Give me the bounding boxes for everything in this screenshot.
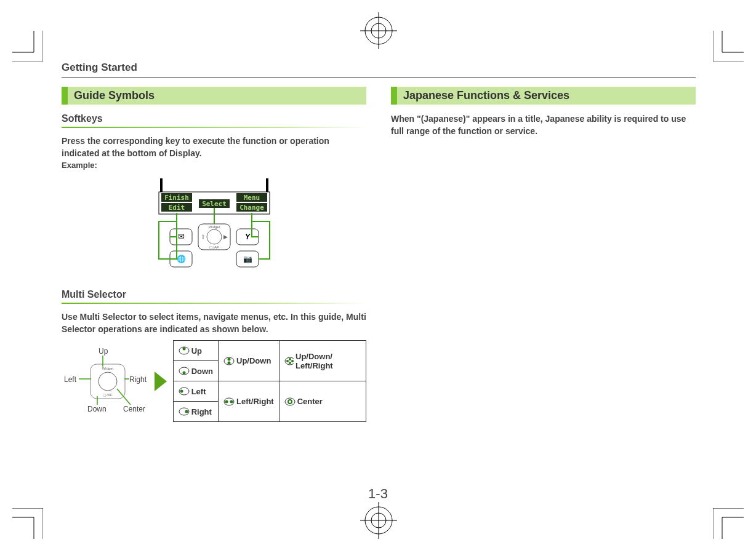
selector-row: Up Left Right Down Center Widget ▢/AF: [62, 340, 366, 422]
svg-point-48: [291, 360, 294, 362]
svg-point-54: [225, 400, 228, 403]
svg-text:Y: Y: [244, 233, 250, 241]
left-column: Guide Symbols Softkeys Press the corresp…: [62, 87, 366, 422]
dpad-diagram: Up Left Right Down Center Widget ▢/AF: [62, 344, 148, 418]
softkey-right-top: Menu: [243, 194, 260, 202]
softkey-figure: Finish Edit Select Menu Change ✉: [62, 173, 366, 278]
svg-text:🌐: 🌐: [176, 254, 185, 263]
svg-rect-10: [266, 178, 268, 192]
svg-point-50: [182, 372, 185, 375]
svg-point-40: [182, 348, 185, 351]
softkey-left-bottom: Edit: [168, 204, 185, 212]
svg-text:📷: 📷: [243, 254, 252, 263]
section-guide-symbols: Guide Symbols: [62, 87, 366, 105]
svg-text:▶: ▶: [223, 234, 227, 240]
underline2: [62, 303, 366, 304]
svg-point-57: [288, 400, 292, 404]
softkey-right-bottom: Change: [239, 204, 264, 212]
softkey-center: Select: [202, 200, 227, 208]
svg-text:▢/AF: ▢/AF: [209, 245, 219, 249]
svg-rect-9: [160, 178, 163, 192]
page-number: 1-3: [368, 486, 388, 502]
svg-text:Widget: Widget: [208, 225, 220, 229]
right-column: Japanese Functions & Services When "(Jap…: [391, 87, 696, 422]
svg-line-38: [117, 389, 131, 405]
svg-point-45: [289, 358, 291, 360]
svg-text:✉: ✉: [177, 232, 184, 241]
underline: [62, 127, 366, 128]
selector-table: Up Up/Down Up/Down/ Left/Right Down Left…: [173, 340, 366, 422]
section-japanese-functions: Japanese Functions & Services: [391, 87, 696, 105]
softkey-left-top: Finish: [164, 194, 189, 202]
softkeys-body: Press the corresponding key to execute t…: [62, 135, 366, 159]
svg-point-56: [285, 398, 295, 405]
svg-point-43: [228, 361, 231, 364]
svg-point-55: [230, 400, 233, 403]
svg-point-52: [180, 390, 183, 393]
arrow-icon: [155, 372, 167, 391]
svg-point-47: [286, 360, 289, 362]
multi-selector-body: Use Multi Selector to select items, navi…: [62, 311, 366, 335]
header-rule: [62, 78, 696, 78]
page-header: Getting Started: [62, 62, 696, 74]
example-label: Example:: [62, 161, 366, 170]
svg-point-42: [228, 357, 231, 360]
svg-point-59: [185, 410, 188, 413]
japanese-body: When "(Japanese)" appears in a title, Ja…: [391, 113, 696, 137]
svg-text:⇧: ⇧: [201, 234, 206, 240]
multi-selector-heading: Multi Selector: [62, 289, 366, 300]
svg-point-46: [289, 362, 291, 364]
softkeys-heading: Softkeys: [62, 113, 366, 124]
